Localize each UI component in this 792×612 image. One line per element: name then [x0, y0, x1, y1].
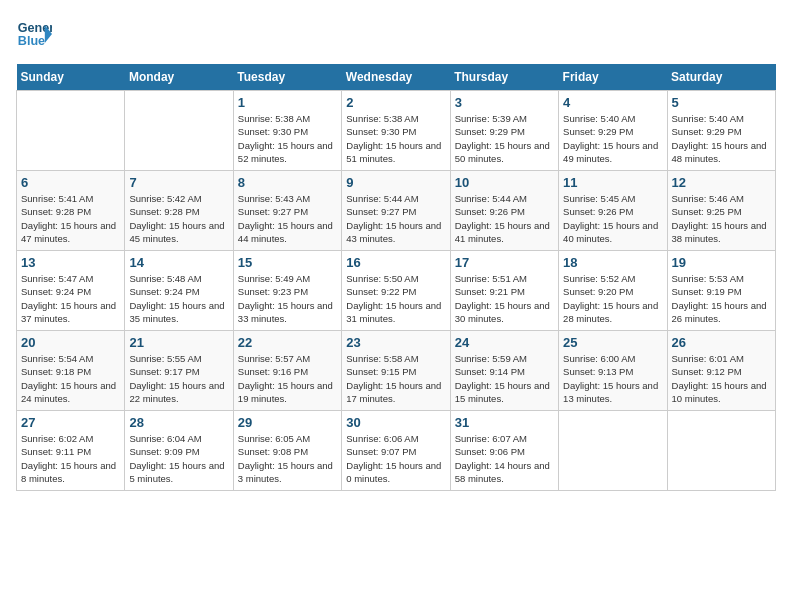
day-number: 5 [672, 95, 771, 110]
day-info: Sunrise: 5:42 AMSunset: 9:28 PMDaylight:… [129, 192, 228, 245]
day-info: Sunrise: 6:06 AMSunset: 9:07 PMDaylight:… [346, 432, 445, 485]
day-number: 23 [346, 335, 445, 350]
day-cell: 10Sunrise: 5:44 AMSunset: 9:26 PMDayligh… [450, 171, 558, 251]
day-info: Sunrise: 6:07 AMSunset: 9:06 PMDaylight:… [455, 432, 554, 485]
day-number: 21 [129, 335, 228, 350]
day-info: Sunrise: 5:54 AMSunset: 9:18 PMDaylight:… [21, 352, 120, 405]
day-cell: 27Sunrise: 6:02 AMSunset: 9:11 PMDayligh… [17, 411, 125, 491]
day-info: Sunrise: 5:39 AMSunset: 9:29 PMDaylight:… [455, 112, 554, 165]
day-number: 17 [455, 255, 554, 270]
day-cell: 2Sunrise: 5:38 AMSunset: 9:30 PMDaylight… [342, 91, 450, 171]
day-cell: 16Sunrise: 5:50 AMSunset: 9:22 PMDayligh… [342, 251, 450, 331]
day-cell: 17Sunrise: 5:51 AMSunset: 9:21 PMDayligh… [450, 251, 558, 331]
weekday-header-saturday: Saturday [667, 64, 775, 91]
week-row-1: 1Sunrise: 5:38 AMSunset: 9:30 PMDaylight… [17, 91, 776, 171]
day-number: 11 [563, 175, 662, 190]
day-number: 10 [455, 175, 554, 190]
day-cell: 6Sunrise: 5:41 AMSunset: 9:28 PMDaylight… [17, 171, 125, 251]
day-number: 19 [672, 255, 771, 270]
weekday-header-friday: Friday [559, 64, 667, 91]
week-row-3: 13Sunrise: 5:47 AMSunset: 9:24 PMDayligh… [17, 251, 776, 331]
day-number: 9 [346, 175, 445, 190]
day-number: 20 [21, 335, 120, 350]
day-info: Sunrise: 5:59 AMSunset: 9:14 PMDaylight:… [455, 352, 554, 405]
day-number: 4 [563, 95, 662, 110]
weekday-header-monday: Monday [125, 64, 233, 91]
day-number: 29 [238, 415, 337, 430]
logo: General Blue [16, 16, 52, 52]
day-number: 2 [346, 95, 445, 110]
day-info: Sunrise: 5:58 AMSunset: 9:15 PMDaylight:… [346, 352, 445, 405]
day-number: 26 [672, 335, 771, 350]
day-info: Sunrise: 6:00 AMSunset: 9:13 PMDaylight:… [563, 352, 662, 405]
day-cell: 12Sunrise: 5:46 AMSunset: 9:25 PMDayligh… [667, 171, 775, 251]
day-number: 7 [129, 175, 228, 190]
day-cell [125, 91, 233, 171]
day-info: Sunrise: 5:53 AMSunset: 9:19 PMDaylight:… [672, 272, 771, 325]
day-cell: 30Sunrise: 6:06 AMSunset: 9:07 PMDayligh… [342, 411, 450, 491]
day-cell: 9Sunrise: 5:44 AMSunset: 9:27 PMDaylight… [342, 171, 450, 251]
svg-text:Blue: Blue [18, 34, 45, 48]
day-number: 18 [563, 255, 662, 270]
day-number: 1 [238, 95, 337, 110]
day-number: 24 [455, 335, 554, 350]
day-info: Sunrise: 5:55 AMSunset: 9:17 PMDaylight:… [129, 352, 228, 405]
day-cell: 22Sunrise: 5:57 AMSunset: 9:16 PMDayligh… [233, 331, 341, 411]
day-number: 8 [238, 175, 337, 190]
day-number: 22 [238, 335, 337, 350]
day-info: Sunrise: 5:44 AMSunset: 9:26 PMDaylight:… [455, 192, 554, 245]
day-info: Sunrise: 5:38 AMSunset: 9:30 PMDaylight:… [346, 112, 445, 165]
day-info: Sunrise: 5:45 AMSunset: 9:26 PMDaylight:… [563, 192, 662, 245]
day-number: 28 [129, 415, 228, 430]
week-row-2: 6Sunrise: 5:41 AMSunset: 9:28 PMDaylight… [17, 171, 776, 251]
day-cell: 21Sunrise: 5:55 AMSunset: 9:17 PMDayligh… [125, 331, 233, 411]
day-info: Sunrise: 5:51 AMSunset: 9:21 PMDaylight:… [455, 272, 554, 325]
week-row-5: 27Sunrise: 6:02 AMSunset: 9:11 PMDayligh… [17, 411, 776, 491]
day-cell: 1Sunrise: 5:38 AMSunset: 9:30 PMDaylight… [233, 91, 341, 171]
day-cell: 18Sunrise: 5:52 AMSunset: 9:20 PMDayligh… [559, 251, 667, 331]
day-cell [667, 411, 775, 491]
day-cell: 19Sunrise: 5:53 AMSunset: 9:19 PMDayligh… [667, 251, 775, 331]
day-info: Sunrise: 5:49 AMSunset: 9:23 PMDaylight:… [238, 272, 337, 325]
day-info: Sunrise: 5:40 AMSunset: 9:29 PMDaylight:… [672, 112, 771, 165]
day-cell: 23Sunrise: 5:58 AMSunset: 9:15 PMDayligh… [342, 331, 450, 411]
day-cell: 31Sunrise: 6:07 AMSunset: 9:06 PMDayligh… [450, 411, 558, 491]
day-info: Sunrise: 6:02 AMSunset: 9:11 PMDaylight:… [21, 432, 120, 485]
day-cell: 5Sunrise: 5:40 AMSunset: 9:29 PMDaylight… [667, 91, 775, 171]
day-number: 3 [455, 95, 554, 110]
week-row-4: 20Sunrise: 5:54 AMSunset: 9:18 PMDayligh… [17, 331, 776, 411]
day-info: Sunrise: 6:01 AMSunset: 9:12 PMDaylight:… [672, 352, 771, 405]
day-number: 25 [563, 335, 662, 350]
day-number: 12 [672, 175, 771, 190]
day-cell: 15Sunrise: 5:49 AMSunset: 9:23 PMDayligh… [233, 251, 341, 331]
weekday-header-row: SundayMondayTuesdayWednesdayThursdayFrid… [17, 64, 776, 91]
day-info: Sunrise: 5:50 AMSunset: 9:22 PMDaylight:… [346, 272, 445, 325]
day-number: 30 [346, 415, 445, 430]
day-cell [17, 91, 125, 171]
day-cell: 8Sunrise: 5:43 AMSunset: 9:27 PMDaylight… [233, 171, 341, 251]
day-info: Sunrise: 5:38 AMSunset: 9:30 PMDaylight:… [238, 112, 337, 165]
day-cell [559, 411, 667, 491]
page-header: General Blue [16, 16, 776, 52]
day-cell: 26Sunrise: 6:01 AMSunset: 9:12 PMDayligh… [667, 331, 775, 411]
day-info: Sunrise: 5:46 AMSunset: 9:25 PMDaylight:… [672, 192, 771, 245]
day-cell: 25Sunrise: 6:00 AMSunset: 9:13 PMDayligh… [559, 331, 667, 411]
day-cell: 20Sunrise: 5:54 AMSunset: 9:18 PMDayligh… [17, 331, 125, 411]
day-cell: 29Sunrise: 6:05 AMSunset: 9:08 PMDayligh… [233, 411, 341, 491]
weekday-header-sunday: Sunday [17, 64, 125, 91]
day-info: Sunrise: 5:48 AMSunset: 9:24 PMDaylight:… [129, 272, 228, 325]
day-info: Sunrise: 5:44 AMSunset: 9:27 PMDaylight:… [346, 192, 445, 245]
day-info: Sunrise: 5:47 AMSunset: 9:24 PMDaylight:… [21, 272, 120, 325]
day-cell: 7Sunrise: 5:42 AMSunset: 9:28 PMDaylight… [125, 171, 233, 251]
day-cell: 28Sunrise: 6:04 AMSunset: 9:09 PMDayligh… [125, 411, 233, 491]
day-info: Sunrise: 5:52 AMSunset: 9:20 PMDaylight:… [563, 272, 662, 325]
day-number: 15 [238, 255, 337, 270]
day-cell: 14Sunrise: 5:48 AMSunset: 9:24 PMDayligh… [125, 251, 233, 331]
logo-icon: General Blue [16, 16, 52, 52]
day-cell: 24Sunrise: 5:59 AMSunset: 9:14 PMDayligh… [450, 331, 558, 411]
weekday-header-wednesday: Wednesday [342, 64, 450, 91]
calendar-table: SundayMondayTuesdayWednesdayThursdayFrid… [16, 64, 776, 491]
day-cell: 11Sunrise: 5:45 AMSunset: 9:26 PMDayligh… [559, 171, 667, 251]
day-cell: 3Sunrise: 5:39 AMSunset: 9:29 PMDaylight… [450, 91, 558, 171]
day-number: 31 [455, 415, 554, 430]
